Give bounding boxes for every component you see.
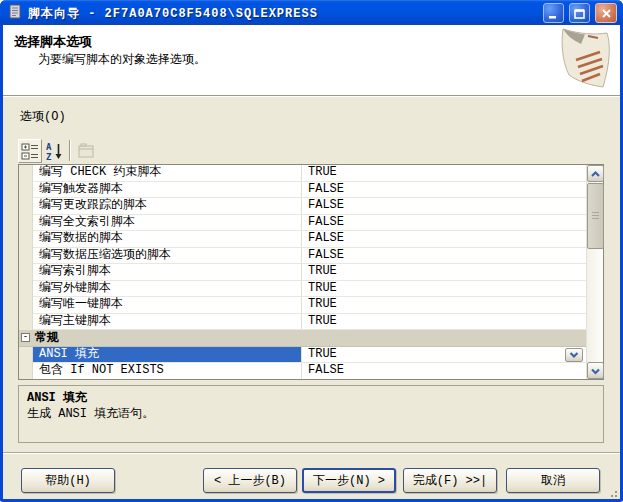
close-icon xyxy=(600,7,613,20)
option-name[interactable]: 编写索引脚本 xyxy=(33,264,301,280)
option-value[interactable]: FALSE xyxy=(301,215,586,231)
az-sort-icon: A Z xyxy=(44,141,64,161)
option-value[interactable]: TRUE xyxy=(301,281,586,297)
footer-separator xyxy=(3,452,620,454)
scroll-up-button[interactable] xyxy=(587,165,604,182)
option-name[interactable]: 编写数据的脚本 xyxy=(33,231,301,247)
grid-row-indexes[interactable]: 编写索引脚本 TRUE xyxy=(19,264,586,281)
grid-row-data-compression[interactable]: 编写数据压缩选项的脚本 FALSE xyxy=(19,248,586,265)
svg-text:Z: Z xyxy=(46,152,52,161)
grid-row-primary-keys[interactable]: 编写主键脚本 TRUE xyxy=(19,314,586,331)
option-value[interactable]: TRUE xyxy=(301,264,586,280)
option-value[interactable]: TRUE xyxy=(301,314,586,330)
option-value[interactable]: FALSE xyxy=(301,198,586,214)
scroll-down-button[interactable] xyxy=(587,362,604,379)
option-value[interactable]: TRUE xyxy=(301,347,586,363)
description-panel: ANSI 填充 生成 ANSI 填充语句。 xyxy=(18,385,604,443)
option-value[interactable]: TRUE xyxy=(301,297,586,313)
chevron-down-icon xyxy=(589,365,602,377)
maximize-button[interactable] xyxy=(569,3,590,23)
scroll-thumb[interactable] xyxy=(587,183,604,249)
option-name[interactable]: 编写唯一键脚本 xyxy=(33,297,301,313)
grid-row-fulltext-indexes[interactable]: 编写全文索引脚本 FALSE xyxy=(19,215,586,232)
chevron-up-icon xyxy=(589,168,602,180)
categorized-icon xyxy=(20,141,40,161)
option-name[interactable]: 编写数据压缩选项的脚本 xyxy=(33,248,301,264)
finish-button[interactable]: 完成(F) >>| xyxy=(403,468,497,493)
app-icon xyxy=(7,4,23,20)
back-button[interactable]: < 上一步(B) xyxy=(203,468,297,493)
option-value[interactable]: FALSE xyxy=(301,182,586,198)
grid-scrollbar[interactable] xyxy=(586,165,603,379)
grid-toolbar: A Z xyxy=(18,138,98,163)
grid-row-triggers[interactable]: 编写触发器脚本 FALSE xyxy=(19,182,586,199)
wizard-window: 脚本向导 - 2F7A0A70C8F5408\SQLEXPRESS 选择脚本选项… xyxy=(0,0,623,502)
help-button[interactable]: 帮助(H) xyxy=(21,468,115,493)
maximize-icon xyxy=(573,7,586,20)
next-button[interactable]: 下一步(N) > xyxy=(302,468,396,493)
grid-row-change-tracking[interactable]: 编写更改跟踪的脚本 FALSE xyxy=(19,198,586,215)
option-name[interactable]: 编写触发器脚本 xyxy=(33,182,301,198)
grid-row-ansi-padding[interactable]: ANSI 填充 TRUE xyxy=(19,347,586,364)
svg-text:A: A xyxy=(46,142,52,152)
page-subtitle: 为要编写脚本的对象选择选项。 xyxy=(38,51,206,68)
grid-row-unique-keys[interactable]: 编写唯一键脚本 TRUE xyxy=(19,297,586,314)
value-dropdown-button[interactable] xyxy=(565,348,583,362)
option-value[interactable]: FALSE xyxy=(301,363,586,379)
option-name[interactable]: 编写外键脚本 xyxy=(33,281,301,297)
grid-row-script-data[interactable]: 编写数据的脚本 FALSE xyxy=(19,231,586,248)
grid-rows: 编写 CHECK 约束脚本 TRUE 编写触发器脚本 FALSE 编写更改跟踪的… xyxy=(19,165,586,379)
script-scroll-image xyxy=(548,27,615,93)
close-button[interactable] xyxy=(595,3,617,23)
resize-grip[interactable] xyxy=(610,490,618,498)
grid-row-foreign-keys[interactable]: 编写外键脚本 TRUE xyxy=(19,281,586,298)
option-name[interactable]: 包含 If NOT EXISTS xyxy=(33,363,301,379)
option-name[interactable]: ANSI 填充 xyxy=(33,347,301,363)
option-value[interactable]: FALSE xyxy=(301,248,586,264)
option-value[interactable]: TRUE xyxy=(301,165,586,181)
minimize-icon xyxy=(547,7,560,20)
chevron-down-icon xyxy=(568,350,580,360)
categorized-button[interactable] xyxy=(18,139,42,163)
description-text: 生成 ANSI 填充语句。 xyxy=(27,405,154,422)
window-title: 脚本向导 - 2F7A0A70C8F5408\SQLEXPRESS xyxy=(28,5,318,22)
property-pages-button xyxy=(74,139,98,163)
option-name[interactable]: 编写 CHECK 约束脚本 xyxy=(33,165,301,181)
description-title: ANSI 填充 xyxy=(27,389,87,406)
property-pages-icon xyxy=(76,141,96,161)
option-name[interactable]: 编写全文索引脚本 xyxy=(33,215,301,231)
wizard-header: 选择脚本选项 为要编写脚本的对象选择选项。 xyxy=(3,25,620,96)
category-name: 常规 xyxy=(35,330,59,346)
option-value[interactable]: FALSE xyxy=(301,231,586,247)
grid-row-check-constraints[interactable]: 编写 CHECK 约束脚本 TRUE xyxy=(19,165,586,182)
titlebar[interactable]: 脚本向导 - 2F7A0A70C8F5408\SQLEXPRESS xyxy=(0,0,623,25)
cancel-button[interactable]: 取消 xyxy=(506,468,600,493)
page-title: 选择脚本选项 xyxy=(14,33,92,51)
option-name[interactable]: 编写主键脚本 xyxy=(33,314,301,330)
minimize-button[interactable] xyxy=(543,3,564,23)
grid-margin-strip xyxy=(19,165,33,379)
toolbar-separator xyxy=(69,140,71,161)
alphabetical-sort-button[interactable]: A Z xyxy=(42,139,66,163)
options-label: 选项(O) xyxy=(20,108,66,125)
option-name[interactable]: 编写更改跟踪的脚本 xyxy=(33,198,301,214)
grid-row-include-if-not-exists[interactable]: 包含 If NOT EXISTS FALSE xyxy=(19,363,586,379)
options-grid: 编写 CHECK 约束脚本 TRUE 编写触发器脚本 FALSE 编写更改跟踪的… xyxy=(18,164,604,380)
window-controls xyxy=(543,3,617,23)
option-value-text: TRUE xyxy=(308,347,337,361)
collapse-icon[interactable]: - xyxy=(21,333,30,342)
grid-category-general[interactable]: - 常规 xyxy=(19,330,586,347)
